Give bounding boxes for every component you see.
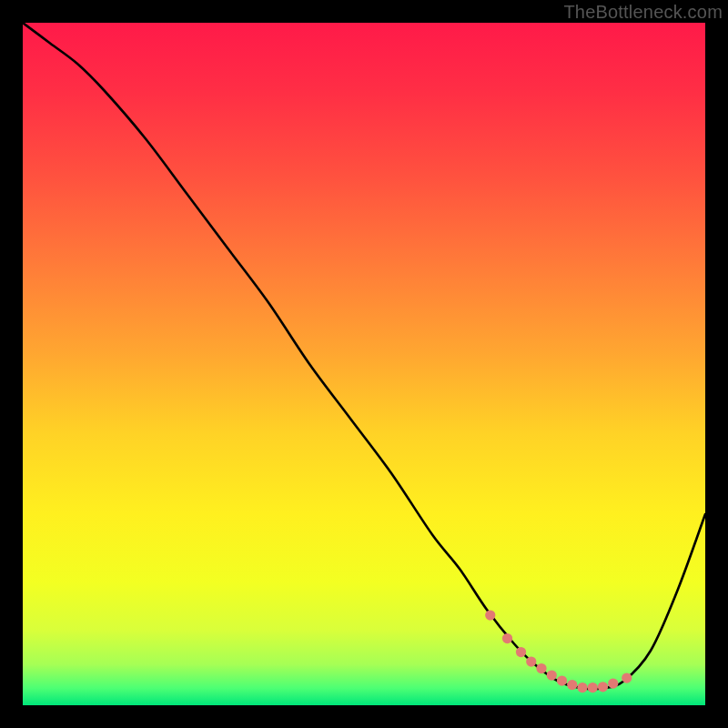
valley-marker — [547, 670, 557, 680]
valley-marker — [526, 656, 536, 666]
valley-marker — [485, 610, 495, 620]
valley-marker — [557, 675, 567, 685]
valley-marker — [608, 678, 618, 688]
watermark-text: TheBottleneck.com — [563, 2, 723, 23]
valley-marker — [516, 647, 526, 657]
valley-marker — [567, 680, 577, 690]
valley-marker — [536, 663, 546, 673]
valley-marker — [502, 633, 512, 643]
plot-area — [23, 23, 705, 705]
valley-marker — [577, 682, 587, 693]
valley-markers-group — [485, 610, 632, 693]
valley-marker — [622, 672, 632, 682]
bottleneck-curve — [23, 23, 705, 689]
valley-marker — [588, 682, 598, 693]
valley-marker — [598, 682, 608, 692]
chart-frame: TheBottleneck.com — [0, 0, 728, 728]
chart-svg — [23, 23, 705, 705]
